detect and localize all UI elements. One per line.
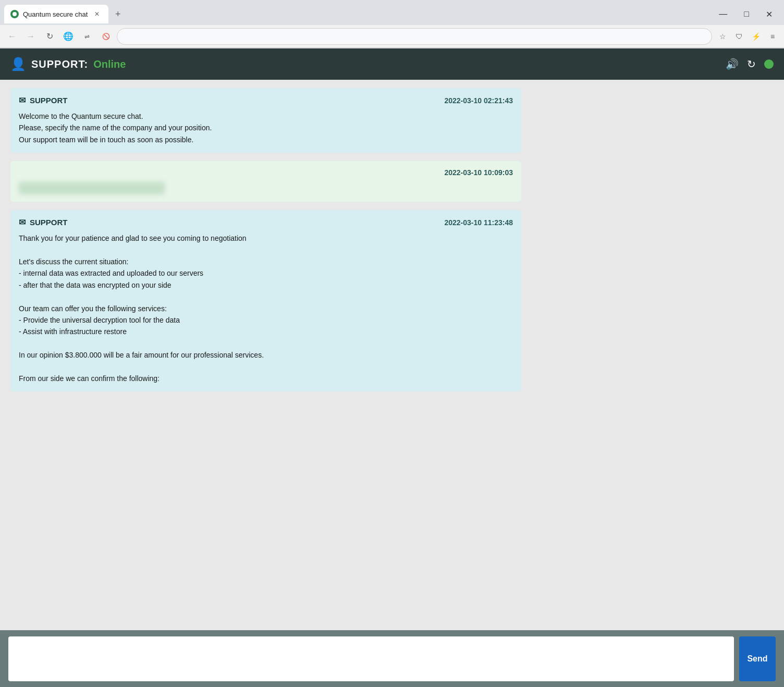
message-header: ✉ SUPPORT 2022-03-10 02:21:43 [19, 95, 513, 105]
maximize-button[interactable]: □ [741, 8, 752, 20]
bookmark-icon[interactable]: ☆ [715, 29, 730, 44]
tab-title: Quantum secure chat [23, 10, 88, 18]
message-bubble: 2022-03-10 10:09:03 [10, 161, 521, 202]
extensions-icon[interactable]: ⚡ [749, 29, 763, 44]
message-bubble: ✉ SUPPORT 2022-03-10 02:21:43 Welcome to… [10, 88, 521, 153]
sender-icon: ✉ [19, 95, 26, 105]
message-body [19, 182, 513, 194]
message-time: 2022-03-10 02:21:43 [444, 96, 513, 105]
header-controls: 🔊 ↻ [726, 58, 774, 70]
tab-bar: Quantum secure chat ✕ + — □ ✕ [0, 0, 784, 25]
sender-name: SUPPORT [30, 218, 68, 227]
header-status: Online [93, 58, 126, 70]
tab-close-button[interactable]: ✕ [92, 9, 102, 19]
minimize-button[interactable]: — [716, 8, 730, 20]
input-area: Send [0, 630, 784, 687]
toolbar-icons: ☆ 🛡 ⚡ ≡ [715, 29, 780, 44]
message-bubble: ✉ SUPPORT 2022-03-10 11:23:48 Thank you … [10, 210, 521, 391]
message-body: Welcome to the Quantum secure chat. Plea… [19, 111, 513, 145]
blurred-text [19, 182, 165, 194]
extension-icon1[interactable]: ⇌ [79, 29, 95, 44]
message-sender: ✉ SUPPORT [19, 95, 68, 105]
message-time: 2022-03-10 11:23:48 [444, 218, 513, 227]
message-sender: ✉ SUPPORT [19, 217, 68, 227]
message-header: 2022-03-10 10:09:03 [19, 168, 513, 177]
app-header: 👤 SUPPORT: Online 🔊 ↻ [0, 48, 784, 80]
send-button[interactable]: Send [739, 636, 776, 681]
browser-chrome: Quantum secure chat ✕ + — □ ✕ ← → ↻ 🌐 ⇌ … [0, 0, 784, 48]
extension-icon2[interactable]: 🚫 [98, 29, 114, 44]
forward-button[interactable]: → [23, 29, 39, 44]
chat-area: ✉ SUPPORT 2022-03-10 02:21:43 Welcome to… [0, 80, 784, 630]
window-close-button[interactable]: ✕ [763, 8, 776, 20]
active-tab[interactable]: Quantum secure chat ✕ [4, 5, 108, 23]
window-controls: — □ ✕ [716, 8, 780, 20]
menu-icon[interactable]: ≡ [765, 29, 780, 44]
app-container: 👤 SUPPORT: Online 🔊 ↻ ✉ SUPPORT 2022-03-… [0, 48, 784, 687]
privacy-icon[interactable]: 🌐 [60, 29, 76, 44]
sender-name: SUPPORT [30, 96, 68, 105]
online-indicator [764, 59, 774, 69]
refresh-chat-icon[interactable]: ↻ [747, 58, 756, 70]
message-header: ✉ SUPPORT 2022-03-10 11:23:48 [19, 217, 513, 227]
tab-favicon [10, 10, 19, 18]
message-input[interactable] [8, 636, 734, 681]
shield-icon[interactable]: 🛡 [732, 29, 746, 44]
back-button[interactable]: ← [4, 29, 20, 44]
address-bar[interactable] [117, 28, 712, 45]
browser-toolbar: ← → ↻ 🌐 ⇌ 🚫 ☆ 🛡 ⚡ ≡ [0, 25, 784, 48]
header-title: SUPPORT: [31, 58, 88, 70]
message-body: Thank you for your patience and glad to … [19, 232, 513, 384]
message-time: 2022-03-10 10:09:03 [444, 168, 513, 177]
volume-icon[interactable]: 🔊 [726, 58, 739, 70]
header-left: 👤 SUPPORT: Online [10, 57, 126, 71]
support-avatar-icon: 👤 [10, 57, 26, 71]
refresh-button[interactable]: ↻ [42, 29, 57, 44]
new-tab-button[interactable]: + [111, 7, 125, 21]
sender-icon: ✉ [19, 217, 26, 227]
